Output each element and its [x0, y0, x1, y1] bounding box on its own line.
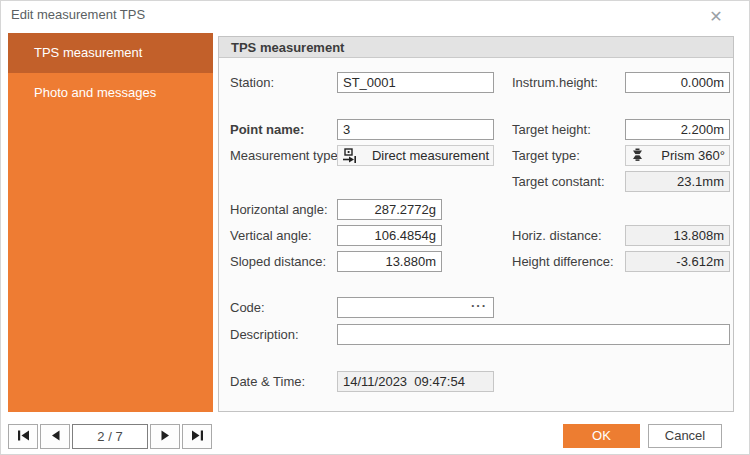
height-difference-value: -3.612m	[625, 251, 730, 272]
horiz-distance-value: 13.808m	[625, 225, 730, 246]
vertical-angle-input[interactable]	[337, 225, 442, 246]
point-name-label: Point name:	[230, 119, 304, 140]
height-difference-label: Height difference:	[512, 251, 614, 272]
datetime-value: 14/11/2023 09:47:54	[337, 371, 494, 392]
target-type-value: Prism 360°	[661, 148, 725, 163]
target-type-field[interactable]: Prism 360°	[625, 145, 730, 166]
code-label: Code:	[230, 297, 265, 318]
code-browse-button[interactable]: ···	[468, 299, 490, 316]
close-icon[interactable]: ✕	[704, 6, 728, 28]
cancel-button[interactable]: Cancel	[648, 424, 722, 448]
sidebar-item-tps-measurement[interactable]: TPS measurement	[8, 33, 213, 73]
last-record-button[interactable]	[182, 424, 212, 449]
groupbox-header: TPS measurement	[219, 37, 733, 58]
previous-record-icon	[50, 429, 61, 444]
description-input[interactable]	[337, 324, 730, 345]
last-record-icon	[191, 429, 204, 444]
instrum-height-label: Instrum.height:	[512, 72, 598, 93]
window-title: Edit measurement TPS	[11, 7, 145, 22]
horizontal-angle-label: Horizontal angle:	[230, 199, 328, 220]
target-height-label: Target height:	[512, 119, 591, 140]
measurement-type-label: Measurement type:	[230, 145, 341, 166]
first-record-icon	[17, 429, 30, 444]
previous-record-button[interactable]	[40, 424, 70, 449]
measurement-type-value: Direct measurement	[372, 148, 489, 163]
instrum-height-input[interactable]	[625, 72, 730, 93]
vertical-angle-label: Vertical angle:	[230, 225, 312, 246]
target-type-label: Target type:	[512, 145, 580, 166]
datetime-label: Date & Time:	[230, 371, 305, 392]
next-record-button[interactable]	[150, 424, 180, 449]
target-height-input[interactable]	[625, 119, 730, 140]
record-position-input[interactable]	[72, 424, 148, 449]
station-label: Station:	[230, 72, 274, 93]
direct-measurement-icon	[342, 148, 357, 163]
sloped-distance-label: Sloped distance:	[230, 251, 326, 272]
next-record-icon	[160, 429, 171, 444]
sidebar-item-photo-and-messages[interactable]: Photo and messages	[8, 73, 213, 113]
measurement-type-field[interactable]: Direct measurement	[337, 145, 494, 166]
prism-360-icon	[630, 148, 645, 163]
station-input[interactable]	[337, 72, 494, 93]
target-constant-label: Target constant:	[512, 171, 605, 192]
sidebar: TPS measurement Photo and messages	[8, 33, 213, 412]
point-name-input[interactable]	[337, 119, 494, 140]
first-record-button[interactable]	[8, 424, 38, 449]
description-label: Description:	[230, 324, 299, 345]
horiz-distance-label: Horiz. distance:	[512, 225, 602, 246]
horizontal-angle-input[interactable]	[337, 199, 442, 220]
target-constant-value: 23.1mm	[625, 171, 730, 192]
ok-button[interactable]: OK	[563, 424, 640, 448]
sloped-distance-input[interactable]	[337, 251, 442, 272]
